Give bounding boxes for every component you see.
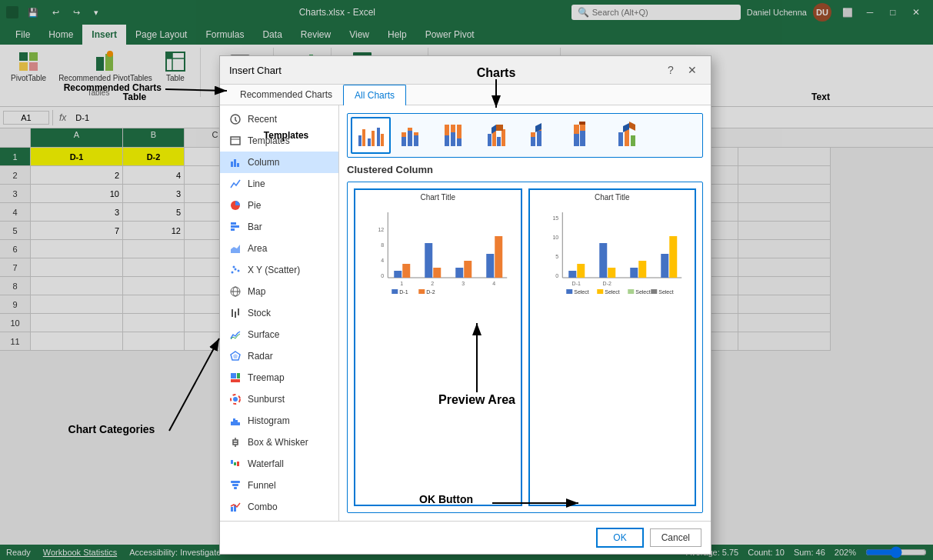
chart-type-clustered-column[interactable] [351,117,391,154]
category-area[interactable]: Area [220,238,338,259]
svg-rect-81 [414,132,418,135]
svg-text:D-1: D-1 [571,281,580,286]
tab-all-charts[interactable]: All Charts [343,85,406,105]
dialog-body: Recent Templates Column Line Pie [220,105,711,521]
chart-type-3d-column[interactable] [609,117,649,154]
svg-rect-55 [233,418,235,425]
chart-type-stacked-column[interactable] [394,117,434,154]
chart-section-title: Clustered Column [347,164,703,175]
sunburst-icon [229,393,242,405]
svg-rect-117 [425,243,432,278]
category-funnel[interactable]: Funnel [220,475,338,496]
radar-icon [229,350,242,362]
chart-main-panel: Clustered Column Chart Title 0 4 [339,105,711,521]
category-funnel-label: Funnel [248,480,276,491]
category-scatter[interactable]: X Y (Scatter) [220,259,338,281]
svg-text:0: 0 [381,273,384,278]
dialog-footer: OK Cancel [220,521,711,554]
svg-rect-68 [231,507,233,512]
category-scatter-label: X Y (Scatter) [248,265,300,275]
category-pie[interactable]: Pie [220,195,338,216]
chart-type-3d-clustered-column[interactable] [480,117,520,154]
category-box-whisker-label: Box & Whisker [248,437,308,448]
category-combo[interactable]: Combo [220,496,338,518]
template-icon [229,135,242,147]
dialog-help-button[interactable]: ? [661,62,680,78]
category-bar-label: Bar [248,222,262,232]
svg-point-39 [233,266,235,268]
chart-type-3d-stacked-column[interactable] [523,117,563,154]
svg-rect-95 [531,132,535,137]
category-box-whisker[interactable]: Box & Whisker [220,432,338,453]
svg-point-38 [235,268,237,271]
category-radar[interactable]: Radar [220,345,338,367]
chart-type-3d-100-stacked-column[interactable] [566,117,606,154]
chart-preview-2[interactable]: Chart Title 0 5 10 15 [528,188,697,506]
svg-rect-66 [232,484,238,486]
svg-rect-33 [231,222,236,225]
category-radar-label: Radar [248,351,273,362]
svg-rect-77 [402,132,406,137]
svg-rect-96 [537,131,541,146]
svg-rect-149 [597,289,603,294]
svg-rect-144 [669,236,677,278]
svg-rect-64 [237,462,239,466]
svg-rect-122 [495,236,502,278]
scatter-icon [229,264,242,276]
svg-rect-54 [231,422,233,425]
svg-rect-72 [368,138,371,146]
category-column[interactable]: Column [220,152,338,173]
svg-rect-76 [402,137,406,146]
category-area-label: Area [248,243,267,254]
svg-rect-49 [231,373,236,378]
svg-rect-30 [234,159,236,167]
svg-rect-151 [628,289,634,294]
category-map[interactable]: Map [220,281,338,302]
svg-marker-93 [496,125,503,131]
svg-text:5: 5 [555,254,558,259]
svg-rect-87 [457,125,462,138]
category-histogram[interactable]: Histogram [220,410,338,432]
svg-rect-121 [486,254,494,278]
box-whisker-icon [229,436,242,448]
preview1-title: Chart Title [358,193,518,202]
category-waterfall[interactable]: Waterfall [220,453,338,475]
chart-type-100-stacked-column[interactable] [437,117,477,154]
svg-point-52 [233,397,238,402]
svg-rect-143 [661,254,668,278]
svg-text:8: 8 [381,242,384,248]
category-recent[interactable]: Recent [220,108,338,130]
category-bar[interactable]: Bar [220,216,338,238]
svg-rect-74 [377,128,380,146]
svg-rect-62 [231,460,233,464]
svg-rect-71 [362,129,365,146]
category-column-label: Column [248,157,279,168]
dialog-close-button[interactable]: ✕ [683,62,701,78]
category-line[interactable]: Line [220,173,338,195]
svg-rect-94 [531,137,535,146]
category-sunburst[interactable]: Sunburst [220,388,338,410]
svg-rect-127 [392,289,398,294]
svg-rect-147 [566,289,572,294]
svg-rect-80 [414,135,418,146]
category-treemap[interactable]: Treemap [220,367,338,388]
svg-rect-88 [488,134,491,146]
cancel-button[interactable]: Cancel [650,528,701,547]
treemap-icon [229,372,242,384]
tab-recommended-charts[interactable]: Recommended Charts [229,85,343,105]
svg-text:3: 3 [462,281,465,286]
svg-rect-35 [231,228,235,231]
category-surface[interactable]: Surface [220,324,338,345]
line-icon [229,178,242,190]
ok-button[interactable]: OK [596,528,643,548]
category-templates[interactable]: Templates [220,130,338,152]
svg-rect-63 [234,462,236,465]
chart-preview-1[interactable]: Chart Title 0 4 8 12 [354,188,522,506]
chart-categories-panel: Recent Templates Column Line Pie [220,105,339,521]
svg-text:1: 1 [400,281,403,286]
category-stock[interactable]: Stock [220,302,338,324]
svg-rect-141 [630,268,638,278]
svg-text:0: 0 [555,273,558,278]
svg-rect-29 [231,162,233,167]
svg-rect-67 [234,487,237,489]
